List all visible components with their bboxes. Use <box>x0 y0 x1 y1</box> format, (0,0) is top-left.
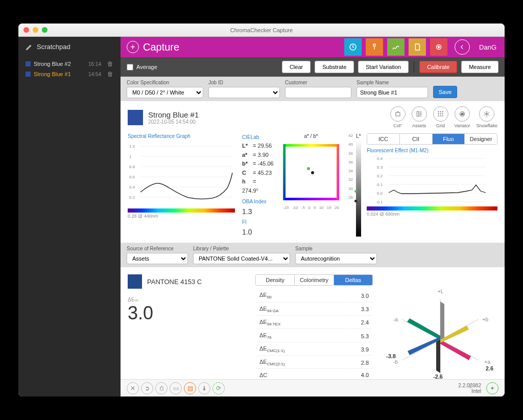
svg-text:1.2: 1.2 <box>129 144 135 149</box>
customer-label: Customer <box>285 80 351 85</box>
color-spec-select[interactable]: M0 / D50 / 2° / White <box>127 87 203 98</box>
dryer-icon[interactable]: ➲ <box>141 382 153 394</box>
sample-name-input[interactable] <box>356 87 428 98</box>
ref-sample-select[interactable]: Autorecognition <box>295 253 377 264</box>
ref-lib-select[interactable]: PANTONE Solid Coated-V4... <box>193 253 290 264</box>
snowflake-button[interactable]: Snowflake <box>476 106 497 128</box>
thermometer-icon[interactable]: 🌡 <box>198 382 210 394</box>
spectral-caption: 0.28 @ 440nm <box>128 214 235 219</box>
swatch-icon <box>26 72 31 77</box>
add-button[interactable]: + <box>127 41 139 53</box>
screen-icon[interactable]: ▭ <box>170 382 182 394</box>
clear-button[interactable]: Clear <box>282 61 311 73</box>
svg-text:1: 1 <box>129 154 132 159</box>
status-icon[interactable]: ✦ <box>486 382 498 394</box>
tab-colorimetry[interactable]: Colorimetry <box>295 275 334 285</box>
svg-point-1 <box>373 44 376 46</box>
svg-rect-8 <box>442 111 443 112</box>
jobid-label: Job ID <box>208 80 280 85</box>
sample-swatch <box>128 110 143 125</box>
fluo-caption: 0.024 @ 690nm <box>367 212 497 217</box>
appbar-icon-target[interactable] <box>430 38 447 56</box>
sb-val-minus-a: -3.8 <box>386 353 396 359</box>
svg-rect-29 <box>283 144 339 147</box>
svg-rect-13 <box>440 115 441 116</box>
substrate-button[interactable]: Substrate <box>315 61 354 73</box>
calibrate-button[interactable]: Calibrate <box>419 61 457 73</box>
zoom-icon[interactable] <box>42 27 47 33</box>
delta-row: ΔE003.0 <box>256 290 372 302</box>
close-icon[interactable] <box>23 27 29 33</box>
back-button[interactable] <box>455 39 470 55</box>
window-controls <box>23 27 47 33</box>
jobid-select[interactable] <box>208 87 280 98</box>
sb-val-plus-a: 2.6 <box>486 365 493 371</box>
tab-density[interactable]: Density <box>256 275 295 285</box>
match-summary: PANTONE 4153 C ΔE₀₀ 3.0 <box>128 274 245 379</box>
de-label: ΔE₀₀ <box>128 297 245 302</box>
spectral-graph: 1.210.80.60.40.2 <box>128 141 235 207</box>
pencil-icon <box>26 43 33 51</box>
sidebar-item-time: 16:14 <box>88 61 101 67</box>
svg-marker-56 <box>440 325 469 343</box>
svg-rect-12 <box>438 115 439 116</box>
svg-text:0.3: 0.3 <box>377 165 383 170</box>
tools-icon[interactable]: ✕ <box>127 382 139 394</box>
tab-designer[interactable]: Designer <box>465 134 497 144</box>
measure-button[interactable]: Measure <box>461 61 498 73</box>
trash-icon[interactable]: 🗑 <box>107 71 113 78</box>
svg-point-34 <box>307 167 310 170</box>
starburst-panel: +L -L -a +a +b -b -3.8 2.6 -2.6 <box>383 274 497 379</box>
de-value: 3.0 <box>128 302 245 324</box>
sidebar-item[interactable]: Strong Blue #2 16:14 🗑 <box>22 59 116 69</box>
spectral-title: Spectral Reflectance Graph <box>128 133 235 139</box>
tab-fluo[interactable]: Fluo <box>433 134 465 144</box>
ref-lib-label: Library / Palette <box>193 246 290 251</box>
user-name[interactable]: DanG <box>479 43 496 51</box>
start-variation-button[interactable]: Start Variation <box>358 61 409 73</box>
appbar-icon-instrument[interactable] <box>366 38 383 56</box>
swatch-icon <box>26 61 31 66</box>
minimize-icon[interactable] <box>33 27 38 33</box>
grid-button[interactable]: Grid <box>433 106 448 128</box>
sidebar-item-name: Strong Blue #1 <box>34 71 71 77</box>
tab-cii[interactable]: CII <box>400 134 433 144</box>
sidebar-item[interactable]: Strong Blue #1 14:54 🗑 <box>22 69 116 79</box>
sidebar-header: Scratchpad <box>18 37 121 57</box>
average-checkbox[interactable]: Average <box>127 64 157 71</box>
version-label: 2.2.0β982 Intel <box>458 383 481 394</box>
svg-marker-53 <box>407 318 440 340</box>
svg-text:0.8: 0.8 <box>129 165 135 169</box>
content: Strong Blue #1 2022-10-05 14:54:00 CxF A… <box>121 101 505 379</box>
delta-row: ΔE94 GA3.3 <box>256 304 372 316</box>
appbar-icon-doc[interactable] <box>409 38 426 56</box>
variator-button[interactable]: ΔEVariator <box>455 106 470 128</box>
appbar-icon-curve[interactable] <box>387 38 405 56</box>
average-input[interactable] <box>127 64 133 71</box>
cxf-button[interactable]: CxF <box>390 106 406 128</box>
ref-src-select[interactable]: Assets <box>127 253 188 264</box>
appbar: + Capture DanG <box>121 37 505 57</box>
svg-marker-55 <box>408 337 440 355</box>
report-icon[interactable]: ▤ <box>184 382 196 394</box>
delta-row: ΔE94 TEX2.4 <box>256 317 372 329</box>
customer-input[interactable] <box>285 87 351 98</box>
delta-row: ΔE765.3 <box>256 330 372 342</box>
match-deltas: Density Colorimetry Deltas ΔE003.0ΔE94 G… <box>255 274 373 379</box>
sidebar: Scratchpad Strong Blue #2 16:14 🗑 Strong… <box>18 37 121 396</box>
svg-rect-33 <box>286 147 337 198</box>
tab-icc[interactable]: ICC <box>367 134 400 144</box>
assets-button[interactable]: Assets <box>412 106 427 128</box>
appbar-icon-metrics[interactable] <box>344 38 362 56</box>
trash-icon[interactable]: 🗑 <box>107 60 113 67</box>
sb-plus-b: +b <box>483 317 488 322</box>
sb-minus-b: -b <box>393 359 398 365</box>
print-icon[interactable]: ⎙ <box>155 382 168 394</box>
tab-deltas[interactable]: Deltas <box>334 275 372 285</box>
sync-icon[interactable]: ⟳ <box>212 382 225 394</box>
match-section: PANTONE 4153 C ΔE₀₀ 3.0 Density Colorime… <box>121 267 505 379</box>
svg-text:ΔE: ΔE <box>461 113 464 115</box>
svg-rect-31 <box>283 144 286 200</box>
starburst-chart: +L -L -a +a +b -b -3.8 2.6 -2.6 <box>389 289 491 379</box>
save-button[interactable]: Save <box>433 86 457 98</box>
